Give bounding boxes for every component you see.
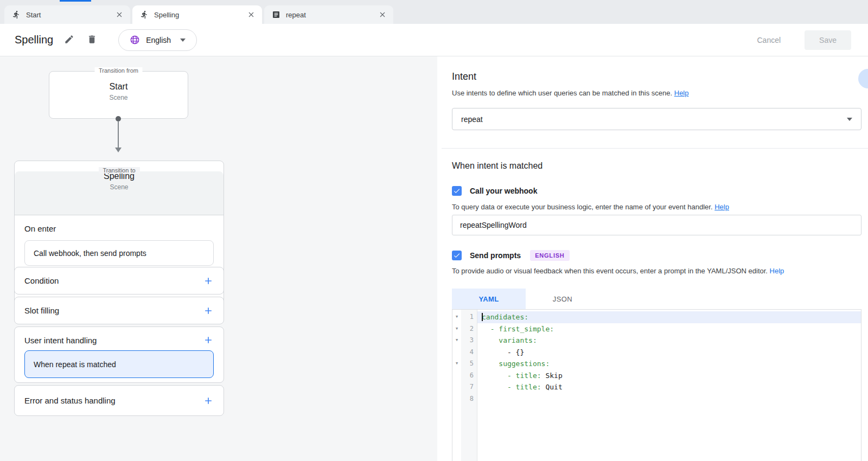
on-enter-section: On enter Call webhook, then send prompts — [15, 215, 224, 274]
top-progress-indicator — [60, 0, 91, 2]
delete-button[interactable] — [87, 34, 99, 46]
intent-detail-panel: Intent Use intents to define which user … — [437, 56, 868, 461]
webhook-help-link[interactable]: Help — [714, 203, 729, 211]
code-text[interactable]: - first_simple: — [477, 323, 861, 335]
prompts-help-link[interactable]: Help — [770, 267, 784, 275]
tab-json[interactable]: JSON — [526, 289, 599, 309]
code-text[interactable]: suggestions: — [477, 358, 861, 370]
header-actions: Cancel Save — [749, 30, 868, 50]
code-line[interactable]: 6 - title: Skip — [452, 370, 861, 382]
close-tab-button[interactable] — [247, 10, 256, 19]
code-text[interactable]: - title: Quit — [477, 381, 861, 393]
tab-repeat[interactable]: repeat — [264, 5, 393, 24]
tab-label: repeat — [286, 11, 306, 19]
code-text[interactable]: candidates: — [477, 311, 861, 323]
on-enter-item[interactable]: Call webhook, then send prompts — [24, 240, 214, 266]
text-cursor — [482, 313, 483, 321]
webhook-description: To query data or execute your business l… — [452, 203, 729, 211]
fold-toggle-icon[interactable]: ▼ — [452, 358, 461, 370]
line-number: 8 — [461, 393, 477, 405]
webhook-label: Call your webhook — [470, 187, 537, 195]
language-selector[interactable]: English — [118, 29, 197, 51]
actions-console-screen: Start Spelling repeat Spelling — [0, 0, 868, 461]
code-text[interactable]: variants: — [477, 335, 861, 347]
add-error-handler-button[interactable] — [203, 395, 214, 406]
slot-filling-section: Slot filling — [14, 297, 224, 324]
cancel-button[interactable]: Cancel — [749, 31, 788, 49]
webhook-handler-input[interactable] — [452, 215, 861, 235]
fold-spacer — [452, 370, 461, 382]
yaml-key-token: - first_simple: — [482, 325, 554, 333]
edit-button[interactable] — [64, 34, 76, 46]
tab-yaml[interactable]: YAML — [452, 289, 526, 309]
tab-bar: Start Spelling repeat — [0, 0, 868, 24]
yaml-value-token: - {} — [482, 348, 524, 356]
webhook-checkbox-row: Call your webhook — [452, 186, 537, 196]
tab-spelling[interactable]: Spelling — [132, 5, 262, 24]
yaml-editor[interactable]: ▼1candidates:▼2 - first_simple:▼3 varian… — [452, 309, 861, 461]
yaml-value-token: Quit — [545, 383, 562, 391]
prompts-checkbox[interactable] — [452, 251, 462, 260]
yaml-key-token: candidates: — [482, 313, 528, 321]
webhook-checkbox[interactable] — [452, 186, 462, 196]
intent-select-value: repeat — [461, 115, 483, 124]
code-lines: ▼1candidates:▼2 - first_simple:▼3 varian… — [452, 310, 861, 405]
code-line[interactable]: ▼1candidates: — [452, 311, 861, 323]
code-text[interactable]: - {} — [477, 347, 861, 358]
scene-icon — [12, 10, 21, 19]
intent-select[interactable]: repeat — [452, 108, 861, 130]
add-condition-button[interactable] — [203, 276, 214, 286]
code-line[interactable]: 7 - title: Quit — [452, 381, 861, 393]
code-line[interactable]: ▼3 variants: — [452, 335, 861, 347]
yaml-key-token: - title: — [482, 372, 545, 380]
code-line[interactable]: 4 - {} — [452, 347, 861, 358]
intent-description: Use intents to define which user queries… — [452, 89, 689, 97]
fold-spacer — [452, 381, 461, 393]
line-number: 6 — [461, 370, 477, 382]
scene-header: Spelling English Cancel Save — [0, 24, 868, 56]
page-title: Spelling — [15, 34, 53, 46]
language-label: English — [146, 36, 171, 44]
close-tab-button[interactable] — [378, 10, 387, 19]
user-intent-section: User intent handling When repeat is matc… — [14, 326, 224, 383]
code-line[interactable]: ▼5 suggestions: — [452, 358, 861, 370]
node-title: Start — [49, 82, 188, 92]
close-tab-button[interactable] — [115, 10, 124, 19]
scene-icon — [140, 10, 149, 19]
transition-to-node[interactable]: Transition to Spelling Scene — [15, 171, 224, 215]
save-button[interactable]: Save — [805, 30, 851, 50]
code-line[interactable]: ▼2 - first_simple: — [452, 323, 861, 335]
add-slot-button[interactable] — [203, 305, 214, 316]
error-handling-label: Error and status handling — [24, 396, 116, 405]
line-number: 5 — [461, 358, 477, 370]
tab-start[interactable]: Start — [4, 5, 130, 24]
user-intent-label: User intent handling — [24, 336, 97, 345]
code-text[interactable]: - title: Skip — [477, 370, 861, 382]
matched-heading: When intent is matched — [452, 161, 542, 171]
prompts-checkbox-row: Send prompts ENGLISH — [452, 250, 570, 261]
slot-filling-label: Slot filling — [24, 306, 59, 315]
code-text[interactable] — [477, 393, 861, 405]
error-handling-section: Error and status handling — [14, 385, 224, 416]
intent-icon — [272, 10, 280, 19]
transition-from-node[interactable]: Transition from Start Scene — [49, 71, 188, 119]
scene-card: Transition to Spelling Scene On enter Ca… — [14, 161, 224, 320]
tab-label: Start — [26, 11, 41, 19]
flow-canvas: Transition from Start Scene Transition t… — [0, 56, 437, 461]
code-line[interactable]: 8 — [452, 393, 861, 405]
fold-toggle-icon[interactable]: ▼ — [452, 323, 461, 335]
intent-handler-item-selected[interactable]: When repeat is matched — [24, 350, 214, 378]
yaml-key-token: suggestions: — [482, 360, 550, 368]
fold-toggle-icon[interactable]: ▼ — [452, 311, 461, 323]
yaml-key-token: variants: — [482, 336, 537, 344]
intent-help-link[interactable]: Help — [674, 89, 689, 97]
tab-label: Spelling — [154, 11, 179, 19]
add-intent-handler-button[interactable] — [203, 335, 214, 345]
transition-to-legend: Transition to — [98, 167, 139, 174]
on-enter-label: On enter — [24, 224, 214, 233]
line-number: 1 — [461, 311, 477, 323]
fold-toggle-icon[interactable]: ▼ — [452, 335, 461, 347]
intent-heading: Intent — [452, 71, 476, 82]
prompts-label: Send prompts — [470, 251, 521, 260]
editor-tabs: YAML JSON — [452, 289, 599, 309]
